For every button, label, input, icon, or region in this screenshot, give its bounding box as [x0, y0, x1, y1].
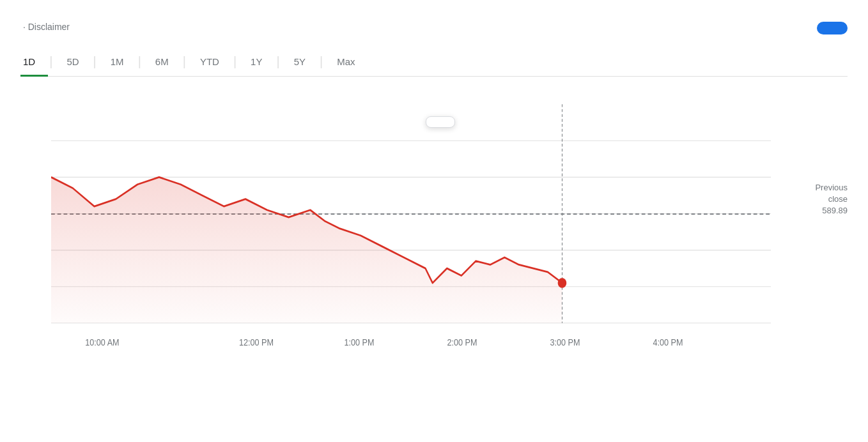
tab-5d[interactable]: 5D: [54, 50, 91, 77]
prev-close-text: Previousclose589.89: [815, 183, 848, 215]
svg-text:12:00 PM: 12:00 PM: [239, 337, 274, 347]
tab-max[interactable]: Max: [324, 50, 368, 77]
tab-divider: |: [318, 54, 324, 69]
tab-ytd[interactable]: YTD: [187, 50, 232, 77]
price-meta: · Disclaimer: [20, 22, 70, 32]
tab-1y[interactable]: 1Y: [238, 50, 275, 77]
prev-close-label: Previousclose589.89: [815, 182, 848, 217]
header-row: · Disclaimer: [20, 15, 848, 34]
tab-divider: |: [275, 54, 281, 69]
tabs-row: 1D|5D|1M|6M|YTD|1Y|5Y|Max: [20, 50, 848, 77]
svg-text:2:00 PM: 2:00 PM: [447, 337, 477, 347]
svg-text:10:00 AM: 10:00 AM: [85, 337, 119, 347]
chart-container: 610600590580570560 10:00 AM12:00 PM1:00 …: [20, 83, 848, 351]
tab-1m[interactable]: 1M: [98, 50, 137, 77]
svg-text:3:00 PM: 3:00 PM: [550, 337, 580, 347]
tab-1d[interactable]: 1D: [20, 50, 48, 77]
disclaimer-link[interactable]: Disclaimer: [28, 22, 70, 32]
svg-point-14: [558, 278, 567, 287]
tab-divider: |: [232, 54, 238, 69]
tab-divider: |: [92, 54, 98, 69]
tab-6m[interactable]: 6M: [143, 50, 182, 77]
svg-text:4:00 PM: 4:00 PM: [653, 337, 683, 347]
tab-divider: |: [48, 54, 54, 69]
tab-divider: |: [182, 54, 187, 69]
tab-divider: |: [137, 54, 143, 69]
tab-5y[interactable]: 5Y: [281, 50, 318, 77]
chart-svg: 610600590580570560 10:00 AM12:00 PM1:00 …: [51, 83, 771, 351]
price-section: · Disclaimer: [20, 15, 70, 32]
nasdaq-section: [817, 15, 848, 34]
follow-button[interactable]: [817, 22, 848, 34]
svg-text:1:00 PM: 1:00 PM: [344, 337, 374, 347]
